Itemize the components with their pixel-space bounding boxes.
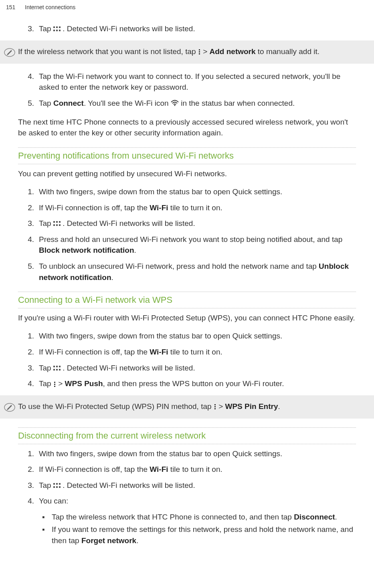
svg-rect-11 <box>53 224 55 226</box>
svg-rect-12 <box>56 224 58 226</box>
vertical-dots-icon <box>54 382 55 387</box>
vertical-dots-icon <box>214 404 216 409</box>
s2-step-2: 2. If Wi-Fi connection is off, tap the W… <box>18 202 356 213</box>
step-text: With two fingers, swipe down from the st… <box>39 186 356 197</box>
bullet-marker: ▪ <box>42 511 52 523</box>
svg-rect-5 <box>59 30 61 31</box>
step-text: If Wi-Fi connection is off, tap the Wi-F… <box>39 346 356 358</box>
step-number: 5. <box>26 261 39 283</box>
step-text: Tap the Wi-Fi network you want to connec… <box>39 71 356 93</box>
step-text: If Wi-Fi connection is off, tap the Wi-F… <box>39 202 356 213</box>
svg-rect-16 <box>59 366 61 367</box>
note-add-network: If the wireless network that you want is… <box>0 40 374 64</box>
heading-wps: Connecting to a Wi-Fi network via WPS <box>18 292 356 308</box>
pencil-icon <box>2 46 17 58</box>
step-number: 3. <box>26 362 39 374</box>
svg-rect-14 <box>53 366 55 367</box>
s3-step-4: 4. Tap > WPS Push, and then press the WP… <box>18 378 356 389</box>
step-number: 1. <box>26 448 39 459</box>
svg-rect-22 <box>56 483 58 485</box>
s2-step-5: 5. To unblock an unsecured Wi-Fi network… <box>18 261 356 283</box>
svg-rect-0 <box>53 26 55 28</box>
page-content: 3. Tap . Detected Wi-Fi networks will be… <box>0 11 374 556</box>
svg-rect-13 <box>59 224 61 226</box>
step-5: 5. Tap Connect. You'll see the Wi-Fi ico… <box>18 98 356 109</box>
step-number: 3. <box>26 480 39 491</box>
wifi-icon <box>171 98 179 109</box>
pencil-icon <box>2 401 17 413</box>
step-text: Tap . Detected Wi-Fi networks will be li… <box>39 218 356 229</box>
step-number: 4. <box>26 71 39 93</box>
s2-step-1: 1. With two fingers, swipe down from the… <box>18 186 356 197</box>
svg-point-7 <box>174 105 175 106</box>
svg-rect-2 <box>59 26 61 28</box>
step-text: Tap . Detected Wi-Fi networks will be li… <box>39 362 356 374</box>
bullet-disconnect: ▪ Tap the wireless network that HTC Phon… <box>18 511 356 523</box>
step-text: With two fingers, swipe down from the st… <box>39 448 356 459</box>
paragraph-wps: If you're using a Wi-Fi router with Wi-F… <box>18 312 356 324</box>
svg-rect-9 <box>56 221 58 223</box>
tiles-icon <box>53 24 61 33</box>
s4-step-4: 4. You can: <box>18 495 356 507</box>
step-text: Tap > WPS Push, and then press the WPS b… <box>39 378 356 389</box>
step-3: 3. Tap . Detected Wi-Fi networks will be… <box>18 23 356 34</box>
vertical-dots-icon <box>199 49 200 54</box>
heading-disconnecting: Disconnecting from the current wireless … <box>18 427 356 444</box>
page-number: 151 <box>6 4 15 10</box>
svg-rect-19 <box>59 369 61 371</box>
step-text: Press and hold an unsecured Wi-Fi networ… <box>39 234 356 256</box>
s4-step-3: 3. Tap . Detected Wi-Fi networks will be… <box>18 480 356 491</box>
step-number: 1. <box>26 330 39 342</box>
s3-step-2: 2. If Wi-Fi connection is off, tap the W… <box>18 346 356 358</box>
step-number: 4. <box>26 495 39 507</box>
bullet-text: Tap the wireless network that HTC Phone … <box>52 511 356 523</box>
step-4: 4. Tap the Wi-Fi network you want to con… <box>18 71 356 93</box>
svg-rect-21 <box>53 483 55 485</box>
step-text: Tap . Detected Wi-Fi networks will be li… <box>39 480 356 491</box>
bullet-text: If you want to remove the settings for t… <box>52 524 356 546</box>
svg-rect-8 <box>53 221 55 223</box>
svg-rect-17 <box>53 369 55 371</box>
s2-step-4: 4. Press and hold an unsecured Wi-Fi net… <box>18 234 356 256</box>
s4-step-1: 1. With two fingers, swipe down from the… <box>18 448 356 459</box>
step-number: 4. <box>26 378 39 389</box>
step-text: You can: <box>39 495 356 507</box>
note-wps-pin: To use the Wi-Fi Protected Setup (WPS) P… <box>0 395 374 419</box>
bullet-forget: ▪ If you want to remove the settings for… <box>18 524 356 546</box>
step-number: 1. <box>26 186 39 197</box>
step-number: 4. <box>26 234 39 256</box>
step-number: 2. <box>26 202 39 213</box>
svg-rect-3 <box>53 30 55 31</box>
s3-step-1: 1. With two fingers, swipe down from the… <box>18 330 356 342</box>
bullet-marker: ▪ <box>42 524 52 546</box>
note-text: To use the Wi-Fi Protected Setup (WPS) P… <box>17 401 356 412</box>
step-number: 5. <box>26 98 39 109</box>
s2-step-3: 3. Tap . Detected Wi-Fi networks will be… <box>18 218 356 229</box>
svg-rect-26 <box>59 486 61 488</box>
page-header: 151 Internet connections <box>0 0 374 11</box>
svg-rect-15 <box>56 366 58 367</box>
step-number: 2. <box>26 464 39 475</box>
tiles-icon <box>53 481 61 489</box>
svg-rect-10 <box>59 221 61 223</box>
tiles-icon <box>53 364 61 372</box>
svg-rect-4 <box>56 30 58 31</box>
svg-rect-23 <box>59 483 61 485</box>
section-name: Internet connections <box>25 4 75 10</box>
step-text: If Wi-Fi connection is off, tap the Wi-F… <box>39 464 356 475</box>
heading-preventing-notifications: Preventing notifications from unsecured … <box>18 147 356 164</box>
s4-step-2: 2. If Wi-Fi connection is off, tap the W… <box>18 464 356 475</box>
paragraph-prevent: You can prevent getting notified by unse… <box>18 168 356 179</box>
step-number: 3. <box>26 23 39 34</box>
svg-rect-1 <box>56 26 58 28</box>
step-text: With two fingers, swipe down from the st… <box>39 330 356 342</box>
step-text: To unblock an unsecured Wi-Fi network, p… <box>39 261 356 283</box>
step-number: 3. <box>26 218 39 229</box>
svg-rect-25 <box>56 486 58 488</box>
svg-rect-24 <box>53 486 55 488</box>
paragraph-reconnect: The next time HTC Phone connects to a pr… <box>18 117 356 139</box>
s3-step-3: 3. Tap . Detected Wi-Fi networks will be… <box>18 362 356 374</box>
svg-rect-18 <box>56 369 58 371</box>
step-number: 2. <box>26 346 39 358</box>
tiles-icon <box>53 219 61 228</box>
